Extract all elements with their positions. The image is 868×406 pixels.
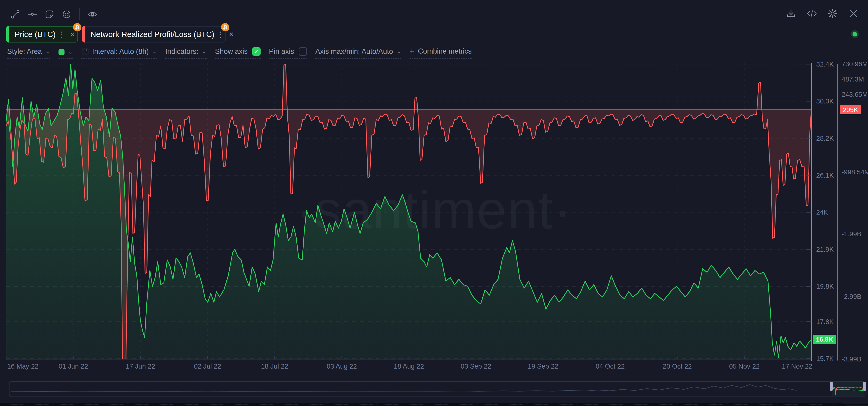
price-axis-label: 26.1K [816,172,834,179]
chart-widget: Price (BTC) ⋮ × ₿ Network Realized Profi… [0,0,868,406]
price-axis: 32.4K30.3K28.2K26.1K24K21.9K19.8K17.8K15… [806,61,834,362]
plot-area[interactable] [6,64,812,388]
x-axis-label: 18 Jul 22 [261,363,288,370]
main-chart[interactable]: 16 May 2201 Jun 2217 Jun 2202 Jul 2218 J… [0,0,868,406]
minimap[interactable] [9,381,866,397]
svg-text:16.8K: 16.8K [816,336,833,343]
nrpl-axis-label: 730.96M [842,60,868,68]
x-axis-label: 16 May 22 [7,363,38,370]
price-last-value-badge: 16.8K [813,335,836,344]
x-axis-label: 01 Jun 22 [59,363,88,370]
nrpl-axis-label: -3.99B [842,356,861,363]
nrpl-axis-label: -998.54M [842,168,868,176]
live-status-dot [851,30,859,38]
x-axis-label: 03 Aug 22 [327,363,357,370]
nrpl-last-value-badge: 205K [840,105,861,114]
x-axis-label: 05 Nov 22 [729,363,760,370]
price-axis-label: 32.4K [816,61,834,68]
price-axis-label: 21.9K [816,246,834,253]
nrpl-axis-label: -1.99B [842,230,861,238]
x-axis-label: 02 Jul 22 [194,363,221,370]
minimap-history-line [11,384,800,392]
x-axis-label: 19 Sep 22 [528,363,558,370]
x-axis-label: 18 Aug 22 [394,363,424,370]
price-axis-label: 28.2K [816,135,834,142]
x-axis-label: 17 Jun 22 [126,363,155,370]
x-axis-label: 03 Sep 22 [461,363,491,370]
price-axis-label: 30.3K [816,97,834,105]
nrpl-axis-label: 243.65M [842,91,868,98]
x-axis-label: 04 Oct 22 [596,363,625,370]
minimap-frame [9,381,865,397]
price-axis-label: 19.8K [816,283,834,290]
price-axis-label: 24K [816,208,828,216]
nrpl-axis-label: -2.99B [842,293,861,300]
nrpl-axis-label: 487.3M [842,75,864,83]
svg-text:205K: 205K [843,106,858,113]
price-axis-label: 15.7K [816,355,834,362]
x-axis-label: 17 Nov 22 [782,363,812,370]
minimap-left-handle[interactable] [830,382,833,391]
bottom-strip [0,403,868,406]
minimap-right-handle[interactable] [863,382,866,391]
price-axis-label: 17.8K [816,318,834,326]
x-axis-label: 20 Oct 22 [663,363,692,370]
